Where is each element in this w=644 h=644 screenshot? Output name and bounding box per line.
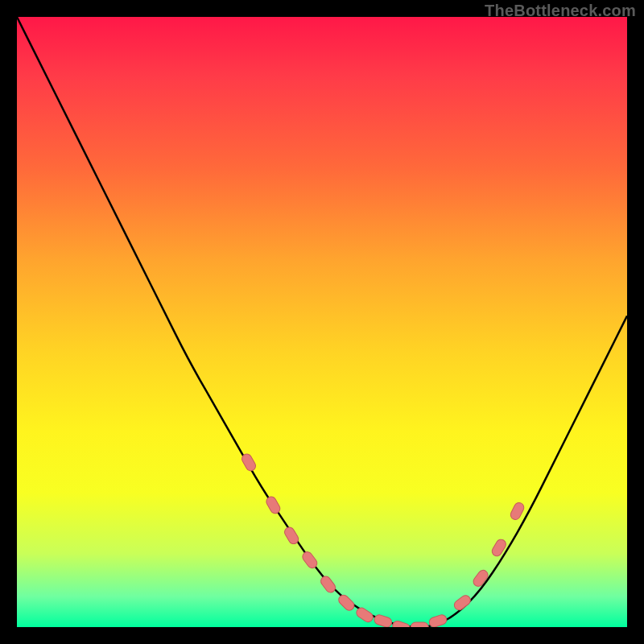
highlight-dot (472, 568, 490, 588)
highlight-dot (391, 620, 411, 627)
svg-rect-9 (411, 622, 428, 627)
highlight-dot (509, 501, 526, 521)
chart-plot-area (17, 17, 627, 627)
highlight-dot (428, 613, 448, 627)
highlight-dot (355, 606, 375, 624)
svg-rect-4 (319, 575, 337, 595)
highlight-dot (411, 622, 428, 627)
svg-rect-12 (472, 568, 490, 588)
svg-rect-11 (452, 593, 473, 612)
svg-rect-7 (373, 613, 393, 627)
highlight-dot (336, 593, 356, 613)
highlight-dot (319, 575, 337, 595)
svg-rect-8 (391, 620, 411, 627)
svg-rect-6 (355, 606, 375, 624)
watermark-text: TheBottleneck.com (485, 2, 636, 20)
svg-rect-1 (265, 495, 282, 515)
chart-svg (17, 17, 627, 627)
highlight-dot (373, 613, 393, 627)
svg-rect-10 (428, 613, 448, 627)
highlight-dot (265, 495, 282, 515)
svg-rect-5 (336, 593, 356, 613)
highlight-dot (452, 593, 473, 612)
bottleneck-curve (17, 17, 627, 627)
svg-rect-14 (509, 501, 526, 521)
